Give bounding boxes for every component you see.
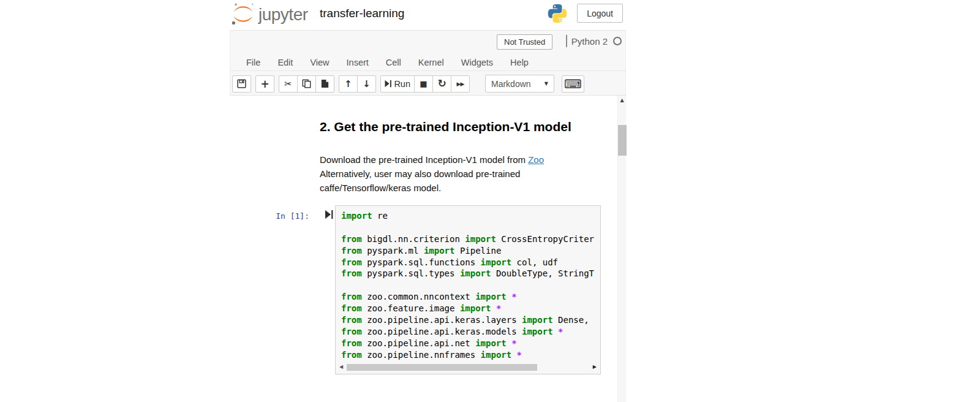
code-token bbox=[507, 292, 511, 302]
move-cell-down-button[interactable]: ↓ bbox=[357, 75, 376, 93]
code-token: pyspark.sql.types bbox=[362, 268, 460, 278]
code-token-op: * bbox=[511, 292, 516, 302]
scissors-icon: ✂ bbox=[284, 78, 292, 89]
code-token: zoo.pipeline.nnframes bbox=[362, 350, 481, 360]
code-token: DoubleType, StringT bbox=[491, 268, 594, 278]
jupyter-logo-text: jupyter bbox=[258, 5, 308, 25]
fast-forward-icon: ▶▶ bbox=[457, 81, 464, 87]
code-token-kw: from bbox=[341, 246, 362, 256]
code-token: CrossEntropyCriter bbox=[496, 234, 594, 244]
code-line bbox=[341, 279, 600, 291]
menubar: FileEditViewInsertCellKernelWidgetsHelp bbox=[230, 54, 625, 71]
trust-status-badge[interactable]: Not Trusted bbox=[497, 34, 552, 50]
menu-item-insert[interactable]: Insert bbox=[338, 54, 377, 71]
header: jupyter transfer-learning Logout bbox=[230, 0, 626, 30]
code-line: from bigdl.nn.criterion import CrossEntr… bbox=[341, 233, 600, 245]
code-token bbox=[511, 350, 516, 360]
scroll-up-icon[interactable]: ▲ bbox=[618, 97, 626, 103]
kernel-idle-icon bbox=[613, 37, 622, 45]
code-line: from zoo.pipeline.api.keras.layers impor… bbox=[341, 314, 600, 326]
code-token-kw: from bbox=[341, 350, 362, 360]
menu-item-help[interactable]: Help bbox=[502, 54, 537, 71]
code-token: col, udf bbox=[511, 257, 558, 267]
code-token: zoo.pipeline.api.net bbox=[362, 338, 475, 348]
code-token-op: * bbox=[558, 327, 563, 336]
copy-cell-button[interactable] bbox=[297, 75, 316, 93]
restart-run-all-button[interactable]: ▶▶ bbox=[451, 75, 470, 93]
jupyter-notebook-app: jupyter transfer-learning Logout Not Tru… bbox=[230, 0, 626, 402]
keyboard-icon: ⌨ bbox=[564, 77, 582, 91]
code-token-kw: import bbox=[481, 350, 512, 360]
kernel-indicator-area: Python 2 bbox=[566, 35, 624, 47]
markdown-heading[interactable]: 2. Get the pre-trained Inception-V1 mode… bbox=[320, 120, 601, 134]
menu-item-file[interactable]: File bbox=[238, 54, 269, 71]
kernel-separator bbox=[566, 35, 567, 47]
code-token bbox=[507, 338, 511, 348]
code-token-op: * bbox=[496, 303, 501, 313]
stop-icon: ■ bbox=[420, 79, 427, 88]
page-vertical-scrollbar[interactable]: ▲ bbox=[617, 96, 626, 402]
code-token: zoo.common.nncontext bbox=[362, 292, 475, 302]
paragraph-text-after-link: Alternatively, user may also download pr… bbox=[320, 169, 520, 193]
notebook-title[interactable]: transfer-learning bbox=[320, 7, 404, 20]
command-palette-button[interactable]: ⌨ bbox=[562, 75, 584, 93]
code-token: pyspark.ml bbox=[362, 246, 424, 256]
code-line: from pyspark.sql.functions import col, u… bbox=[341, 257, 600, 268]
plus-icon: + bbox=[260, 78, 269, 90]
code-token-kw: import bbox=[460, 268, 491, 278]
menu-item-widgets[interactable]: Widgets bbox=[453, 54, 502, 71]
menu-item-kernel[interactable]: Kernel bbox=[410, 54, 453, 71]
paragraph-text-before-link: Download the pre-trained Inception-V1 mo… bbox=[320, 154, 528, 165]
menu-item-cell[interactable]: Cell bbox=[377, 54, 410, 71]
horizontal-scroll-thumb[interactable] bbox=[347, 364, 537, 371]
code-token-kw: import bbox=[341, 211, 372, 221]
code-token-kw: from bbox=[341, 315, 362, 325]
vertical-scroll-thumb[interactable] bbox=[618, 125, 627, 156]
python-logo-icon bbox=[547, 3, 568, 24]
move-cell-up-button[interactable]: ↑ bbox=[339, 75, 358, 93]
restart-kernel-button[interactable]: ↻ bbox=[432, 75, 451, 93]
save-button[interactable] bbox=[232, 75, 251, 93]
add-cell-button[interactable]: + bbox=[255, 75, 274, 93]
cell-type-select[interactable]: Markdown ▼ bbox=[485, 75, 554, 93]
code-token-kw: from bbox=[341, 234, 362, 244]
run-cell-button[interactable]: Run bbox=[380, 75, 415, 93]
jupyter-logo[interactable]: jupyter bbox=[231, 2, 308, 26]
code-line: from pyspark.ml import Pipeline bbox=[341, 245, 600, 257]
arrow-down-icon: ↓ bbox=[363, 78, 371, 89]
menu-item-edit[interactable]: Edit bbox=[269, 54, 301, 71]
zoo-link[interactable]: Zoo bbox=[528, 154, 544, 165]
scroll-left-icon[interactable]: ◀ bbox=[339, 364, 343, 370]
code-token-kw: from bbox=[341, 292, 362, 302]
code-line: from zoo.pipeline.api.net import * bbox=[341, 338, 600, 349]
code-token-kw: from bbox=[341, 338, 362, 348]
jupyter-logo-icon bbox=[231, 2, 255, 26]
code-line: from zoo.pipeline.nnframes import * bbox=[341, 349, 600, 360]
code-token-kw: from bbox=[341, 327, 362, 336]
kernel-name: Python 2 bbox=[571, 36, 608, 47]
markdown-paragraph[interactable]: Download the pre-trained Inception-V1 mo… bbox=[320, 153, 601, 195]
logout-button[interactable]: Logout bbox=[577, 4, 623, 23]
code-token: Dense, bbox=[553, 315, 589, 325]
code-token-kw: import bbox=[460, 303, 491, 313]
code-token: re bbox=[372, 211, 388, 221]
scroll-right-icon[interactable]: ▶ bbox=[593, 364, 597, 370]
copy-icon bbox=[302, 79, 311, 88]
toolbar: + ✂ bbox=[230, 71, 625, 96]
code-token-kw: from bbox=[341, 303, 362, 313]
menu-item-view[interactable]: View bbox=[301, 54, 337, 71]
paste-cell-button[interactable] bbox=[315, 75, 334, 93]
code-token: Pipeline bbox=[454, 246, 501, 256]
code-line: from pyspark.sql.types import DoubleType… bbox=[341, 268, 600, 279]
code-token: pyspark.sql.functions bbox=[362, 257, 481, 267]
cell-type-value: Markdown bbox=[491, 79, 531, 89]
code-token: zoo.pipeline.api.keras.layers bbox=[362, 315, 522, 325]
paste-icon bbox=[320, 79, 330, 88]
interrupt-kernel-button[interactable]: ■ bbox=[414, 75, 433, 93]
code-horizontal-scrollbar[interactable]: ◀ ▶ bbox=[338, 363, 598, 372]
code-cell-editor[interactable]: import re from bigdl.nn.criterion import… bbox=[335, 205, 601, 374]
cut-cell-button[interactable]: ✂ bbox=[279, 75, 298, 93]
run-this-cell-icon[interactable] bbox=[325, 210, 333, 219]
code-cell-row: In [1]: import re from bigdl.nn.criterio… bbox=[230, 205, 626, 374]
code-token: zoo.pipeline.api.keras.models bbox=[362, 327, 522, 336]
